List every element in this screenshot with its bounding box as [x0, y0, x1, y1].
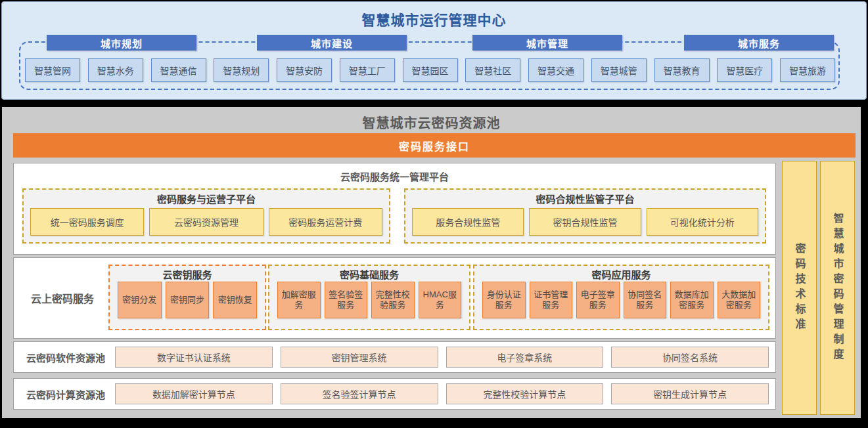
- cloud-crypto-services-panel: 云上密码服务 云密钥服务 密钥分发 密钥同步 密钥恢复 密码基础服务 加解密服务…: [13, 257, 776, 339]
- smart-app-box: 智慧社区: [465, 58, 520, 82]
- smart-app-box: 智慧安防: [277, 58, 332, 82]
- crypto-application-service-group: 密码应用服务 身份认证服务 证书管理服务 电子签章服务 协同签名服务 数据库加密…: [473, 265, 769, 330]
- compliance-supervision-subplatform: 密码合规性监管子平台 服务合规性监管 密钥合规性监管 可视化统计分析: [404, 188, 766, 244]
- group-title: 密码应用服务: [474, 266, 768, 282]
- function-box: 可视化统计分析: [647, 208, 758, 236]
- node-box: 签名验签计算节点: [281, 383, 438, 404]
- service-box: 大数据加密服务: [718, 282, 761, 318]
- service-box: 加解密服务: [277, 282, 321, 318]
- domain-header-construction: 城市建设: [257, 35, 407, 51]
- software-pool-boxes: 数字证书认证系统 密钥管理系统 电子签章系统 协同签名系统: [115, 347, 769, 368]
- group-boxes: 密钥分发 密钥同步 密钥恢复: [110, 282, 265, 318]
- side-bar-label: 智慧城市密码管理制度: [830, 213, 846, 364]
- system-box: 协同签名系统: [611, 347, 769, 368]
- smart-app-box: 智慧水务: [88, 58, 143, 82]
- cloud-crypto-pool-panel: 智慧城市云密码资源池 密码服务接口 云密码服务统一管理平台 密码服务与运营子平台…: [2, 107, 861, 418]
- group-boxes: 加解密服务 签名验签服务 完整性校验服务 HMAC服务: [269, 282, 469, 318]
- service-box: 数据库加密服务: [670, 282, 714, 318]
- subplatform-boxes: 服务合规性监管 密钥合规性监管 可视化统计分析: [405, 207, 765, 236]
- management-platform-panel: 云密码服务统一管理平台 密码服务与运营子平台 统一密码服务调度 云密码资源管理 …: [13, 163, 776, 255]
- function-box: 服务合规性监管: [412, 208, 524, 236]
- software-pool-label: 云密码软件资源池: [18, 342, 114, 372]
- smart-app-box: 智慧工厂: [340, 58, 395, 82]
- service-box: 密钥恢复: [213, 282, 257, 318]
- management-platform-title: 云密码服务统一管理平台: [14, 169, 775, 183]
- group-boxes: 身份认证服务 证书管理服务 电子签章服务 协同签名服务 数据库加密服务 大数据加…: [474, 282, 768, 318]
- top-panel-title: 智慧城市运行管理中心: [2, 9, 866, 29]
- city-crypto-management-system-bar: 智慧城市密码管理制度: [820, 161, 855, 415]
- cloud-crypto-services-label: 云上密码服务: [20, 258, 104, 338]
- subplatform-boxes: 统一密码服务调度 云密码资源管理 密码服务运营计费: [24, 207, 389, 236]
- service-box: 身份认证服务: [482, 282, 526, 318]
- function-box: 密钥合规性监管: [529, 208, 641, 236]
- group-title: 密码基础服务: [269, 266, 469, 282]
- side-bar-label: 密码技术标准: [792, 243, 808, 333]
- service-operation-subplatform: 密码服务与运营子平台 统一密码服务调度 云密码资源管理 密码服务运营计费: [22, 188, 390, 244]
- smart-app-box: 智慧旅游: [780, 58, 835, 82]
- system-box: 密钥管理系统: [281, 347, 438, 368]
- node-box: 密钥生成计算节点: [611, 383, 769, 404]
- smart-app-box: 智慧医疗: [717, 58, 772, 82]
- smart-app-box: 智慧城管: [591, 58, 647, 82]
- node-box: 完整性校验计算节点: [446, 383, 604, 404]
- software-resource-pool-row: 云密码软件资源池 数字证书认证系统 密钥管理系统 电子签章系统 协同签名系统: [13, 341, 776, 373]
- function-box: 统一密码服务调度: [30, 208, 144, 236]
- smart-app-box: 智慧通信: [151, 58, 206, 82]
- service-box: HMAC服务: [419, 282, 462, 318]
- service-box: 协同签名服务: [624, 282, 667, 318]
- service-box: 密钥同步: [166, 282, 210, 318]
- function-box: 云密码资源管理: [149, 208, 263, 236]
- node-box: 数据加解密计算节点: [115, 383, 273, 404]
- crypto-tech-standards-bar: 密码技术标准: [782, 161, 817, 415]
- pool-title: 智慧城市云密码资源池: [2, 113, 861, 132]
- service-box: 证书管理服务: [530, 282, 573, 318]
- crypto-service-interface-bar: 密码服务接口: [13, 133, 856, 158]
- smart-app-box: 智慧园区: [403, 58, 458, 82]
- service-box: 电子签章服务: [576, 282, 620, 318]
- system-box: 数字证书认证系统: [115, 347, 273, 368]
- compute-resource-pool-row: 云密码计算资源池 数据加解密计算节点 签名验签计算节点 完整性校验计算节点 密钥…: [13, 378, 776, 410]
- subplatform-title: 密码服务与运营子平台: [24, 190, 389, 207]
- smart-app-box: 智慧管网: [25, 58, 80, 82]
- smart-app-box: 智慧交通: [528, 58, 583, 82]
- subplatform-title: 密码合规性监管子平台: [405, 190, 765, 207]
- domain-header-planning: 城市规划: [47, 35, 196, 51]
- smart-apps-row: 智慧管网 智慧水务 智慧通信 智慧规划 智慧安防 智慧工厂 智慧园区 智慧社区 …: [25, 58, 835, 82]
- smart-app-box: 智慧规划: [214, 58, 269, 82]
- domain-header-services: 城市服务: [684, 35, 834, 51]
- service-box: 完整性校验服务: [371, 282, 415, 318]
- system-box: 电子签章系统: [446, 347, 604, 368]
- crypto-basic-service-group: 密码基础服务 加解密服务 签名验签服务 完整性校验服务 HMAC服务: [268, 265, 470, 330]
- smart-app-box: 智慧教育: [654, 58, 710, 82]
- service-box: 密钥分发: [118, 282, 162, 318]
- domain-header-management: 城市管理: [472, 35, 622, 51]
- cloud-key-service-group: 云密钥服务 密钥分发 密钥同步 密钥恢复: [108, 265, 266, 330]
- compute-pool-boxes: 数据加解密计算节点 签名验签计算节点 完整性校验计算节点 密钥生成计算节点: [115, 383, 769, 404]
- function-box: 密码服务运营计费: [269, 208, 382, 236]
- service-box: 签名验签服务: [325, 282, 368, 318]
- compute-pool-label: 云密码计算资源池: [18, 379, 114, 409]
- group-title: 云密钥服务: [110, 266, 265, 282]
- city-operation-center-panel: 智慧城市运行管理中心 城市规划 城市建设 城市管理 城市服务 智慧管网 智慧水务…: [1, 1, 867, 100]
